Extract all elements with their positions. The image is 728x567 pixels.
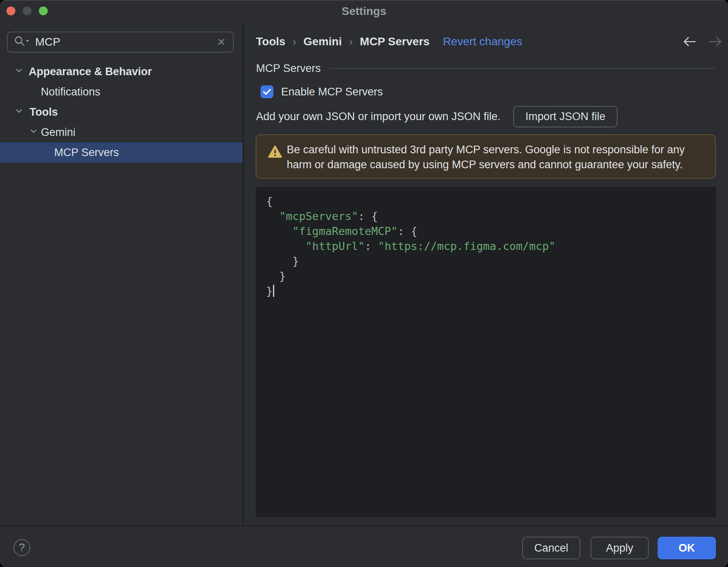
chevron-down-icon[interactable] [15,106,23,118]
chevron-down-icon[interactable] [15,66,23,78]
sidebar-item-label: MCP Servers [54,146,119,159]
warning-banner: Be careful with untrusted 3rd party MCP … [256,134,716,179]
forward-arrow-icon[interactable] [708,35,723,50]
code-line: } [266,284,716,298]
close-window-button[interactable] [6,6,15,15]
settings-tree: Appearance & Behavior Notifications Tool… [0,61,243,163]
minimize-window-button[interactable] [23,6,32,15]
help-button[interactable]: ? [13,539,30,556]
chevron-down-icon[interactable] [29,126,38,139]
enable-mcp-label: Enable MCP Servers [281,86,383,98]
sidebar-item-label: Notifications [41,86,100,98]
apply-button[interactable]: Apply [590,537,649,559]
question-mark-icon: ? [19,542,25,554]
warning-text: Be careful with untrusted 3rd party MCP … [287,142,685,172]
cancel-button[interactable]: Cancel [522,537,580,559]
dialog-footer: ? Cancel Apply OK [0,526,728,567]
breadcrumb-mcp-servers: MCP Servers [360,35,430,48]
code-line: { [266,194,716,209]
section-divider [330,68,716,69]
import-json-file-button[interactable]: Import JSON file [513,106,618,127]
search-icon [13,35,30,49]
sidebar-divider [243,23,244,526]
back-arrow-icon[interactable] [682,35,697,50]
settings-window: Settings ✕ Appearance & Behavior Notific… [0,0,728,567]
sidebar-item-appearance-behavior[interactable]: Appearance & Behavior [0,61,243,82]
sidebar-item-gemini[interactable]: Gemini [0,122,243,142]
title-bar: Settings [0,0,728,23]
breadcrumb-gemini[interactable]: Gemini [303,35,342,48]
settings-search-field[interactable]: ✕ [7,32,234,53]
code-line: "figmaRemoteMCP": { [266,224,716,239]
breadcrumb: Tools › Gemini › MCP Servers Revert chan… [256,32,522,51]
code-line: "mcpServers": { [266,209,716,224]
revert-changes-link[interactable]: Revert changes [443,35,522,48]
warning-icon [268,145,282,161]
code-line: "httpUrl": "https://mcp.figma.com/mcp" [266,239,716,254]
code-line: } [266,254,716,269]
sidebar-item-label: Tools [30,106,58,118]
sidebar-item-label: Gemini [41,126,76,139]
sidebar-item-label: Appearance & Behavior [29,66,152,78]
import-json-hint: Add your own JSON or import your own JSO… [256,106,501,127]
sidebar-item-notifications[interactable]: Notifications [0,82,243,102]
breadcrumb-separator: › [349,36,353,48]
enable-mcp-row: Enable MCP Servers [260,85,383,99]
window-title: Settings [0,0,728,23]
search-input[interactable] [34,35,215,49]
mcp-json-editor[interactable]: { "mcpServers": { "figmaRemoteMCP": { "h… [256,187,716,517]
ok-button[interactable]: OK [658,537,716,559]
breadcrumb-separator: › [293,36,296,48]
sidebar-item-mcp-servers[interactable]: MCP Servers [0,142,243,163]
code-line: } [266,269,716,284]
section-title: MCP Servers [256,62,321,75]
breadcrumb-tools[interactable]: Tools [256,35,286,48]
clear-search-icon[interactable]: ✕ [215,36,227,48]
zoom-window-button[interactable] [39,6,48,15]
enable-mcp-checkbox[interactable] [260,85,273,98]
json-editor-content: { "mcpServers": { "figmaRemoteMCP": { "h… [266,194,716,298]
sidebar-item-tools[interactable]: Tools [0,102,243,122]
text-caret [273,285,274,297]
